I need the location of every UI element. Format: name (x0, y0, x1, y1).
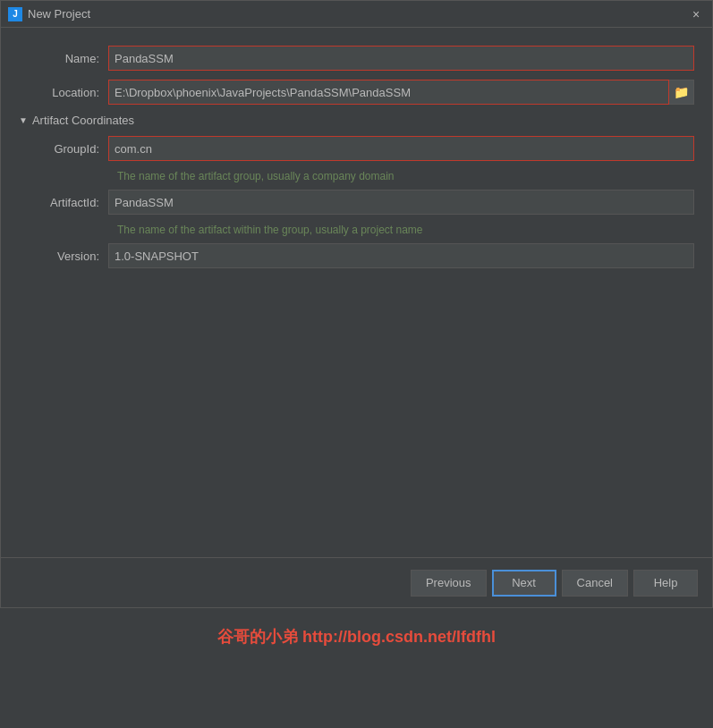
watermark: 谷哥的小弟 http://blog.csdn.net/lfdfhl (217, 626, 496, 648)
version-label: Version: (19, 250, 108, 263)
artifact-section-header: ▼ Artifact Coordinates (19, 114, 694, 127)
previous-button[interactable]: Previous (411, 570, 487, 597)
dialog-title: New Project (28, 7, 687, 21)
location-input[interactable] (108, 80, 669, 105)
artifactid-hint: The name of the artifact within the grou… (117, 224, 694, 236)
dialog-content: Name: Location: 📁 ▼ Artifact Coordinates (1, 28, 712, 557)
section-collapse-arrow[interactable]: ▼ (19, 115, 28, 125)
cancel-button[interactable]: Cancel (562, 570, 628, 597)
version-input[interactable] (108, 243, 694, 268)
name-label: Name: (19, 52, 108, 65)
artifactid-input[interactable] (108, 190, 694, 215)
location-input-group: 📁 (108, 80, 694, 105)
artifactid-row: ArtifactId: (19, 190, 694, 215)
dialog-footer: Previous Next Cancel Help (1, 557, 712, 607)
location-row: Location: 📁 (19, 80, 694, 105)
help-button[interactable]: Help (633, 570, 698, 597)
folder-icon: 📁 (674, 85, 689, 99)
groupid-input[interactable] (108, 136, 694, 161)
title-bar: J New Project × (1, 1, 712, 28)
name-input[interactable] (108, 46, 694, 71)
location-label: Location: (19, 86, 108, 99)
groupid-hint: The name of the artifact group, usually … (117, 170, 694, 182)
groupid-label: GroupId: (19, 142, 108, 156)
browse-button[interactable]: 📁 (669, 80, 694, 105)
groupid-row: GroupId: (19, 136, 694, 161)
artifactid-label: ArtifactId: (19, 196, 108, 209)
name-row: Name: (19, 46, 694, 71)
next-button[interactable]: Next (492, 570, 556, 597)
app-icon: J (8, 7, 22, 21)
close-button[interactable]: × (687, 5, 705, 23)
version-row: Version: (19, 243, 694, 268)
section-title: Artifact Coordinates (32, 114, 134, 127)
